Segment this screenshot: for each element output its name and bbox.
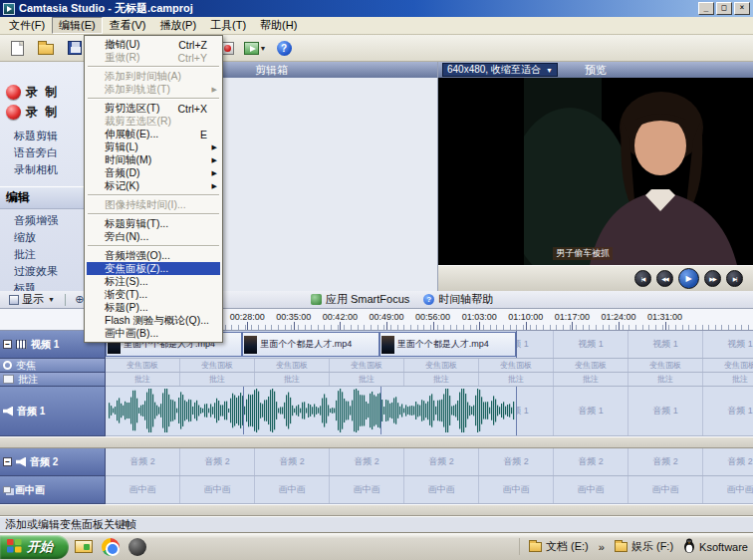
menu-view[interactable]: 查看(V)	[103, 17, 153, 34]
start-button[interactable]: 开始	[0, 535, 69, 559]
timeline-clip[interactable]: 里面个个都是人才.mp4	[379, 332, 516, 357]
edit-menu-item[interactable]: 渐变(T)...	[87, 288, 220, 301]
collapse-toggle[interactable]: −	[3, 340, 12, 349]
track-cell: 批注	[404, 373, 479, 386]
window-title: Camtasia Studio - 无标题.camproj	[19, 1, 193, 16]
edit-menu-item[interactable]: 标题剪辑(T)...	[87, 217, 220, 230]
ruler-time-label: 01:17:00	[549, 312, 595, 322]
edit-menu-item-highlighted[interactable]: 变焦面板(Z)...	[87, 262, 220, 275]
track-cell: 音频 2	[255, 448, 330, 475]
audio-waveform	[106, 387, 517, 435]
edit-menu-item[interactable]: 伸展帧(E)...E	[87, 128, 220, 140]
track-cell: 音频 2	[106, 448, 180, 475]
menu-item-label: 添加到时间轴(A)	[105, 70, 181, 84]
apply-smartfocus-button[interactable]: 应用 SmartFocus	[305, 292, 415, 308]
tray-shortcut[interactable]: 文档 (E:)	[529, 539, 589, 554]
edit-menu-item[interactable]: 撤销(U)Ctrl+Z	[87, 38, 220, 51]
preview-zoom-value: 640x480, 收缩至适合	[447, 63, 541, 77]
collapse-toggle[interactable]: −	[3, 457, 12, 466]
edit-menu-item[interactable]: 时间轴(M)▶	[87, 153, 220, 166]
track-cells-audio2[interactable]: 音频 2音频 2音频 2音频 2音频 2音频 2音频 2音频 2音频 2	[106, 448, 753, 476]
windows-flag-icon	[7, 538, 22, 556]
edit-menu-item[interactable]: 标注(S)...	[87, 275, 220, 288]
close-button[interactable]	[734, 2, 750, 15]
menu-item-label: 画中画(B)...	[105, 327, 158, 341]
track-cell: 视频 1	[554, 331, 628, 358]
menu-tools[interactable]: 工具(T)	[203, 17, 253, 34]
timeline-clip[interactable]: 里面个个都是人才.mp4	[242, 332, 378, 357]
track-name: 批注	[18, 373, 38, 387]
track-cell: 音频 2	[180, 448, 255, 475]
submenu-arrow-icon: ▶	[212, 143, 217, 151]
produce-share-button[interactable]: ▼	[242, 37, 268, 59]
preview-zoom-dropdown[interactable]: 640x480, 收缩至适合 ▼	[442, 63, 558, 77]
ruler-time-label: 00:28:00	[224, 312, 270, 322]
clip-thumbnail-icon	[244, 336, 257, 354]
edit-menu-item[interactable]: Flash 测验与概论(Q)...	[87, 314, 220, 327]
next-button[interactable]: ▶|	[726, 270, 743, 287]
track-cells-callout[interactable]: 批注批注批注批注批注批注批注批注批注	[106, 373, 753, 387]
track-cell: 变焦面板	[330, 359, 404, 372]
edit-menu-item[interactable]: 标题(P)...	[87, 301, 220, 314]
edit-menu-item[interactable]: 标记(K)▶	[87, 179, 220, 192]
open-project-icon	[38, 44, 54, 55]
track-label-audio2[interactable]: −音频 2	[0, 448, 106, 476]
explorer-quicklaunch-button[interactable]	[72, 535, 96, 559]
edit-menu-item[interactable]: 画中画(B)...	[87, 327, 220, 340]
track-label-callout[interactable]: 批注	[0, 373, 106, 387]
media-player-quicklaunch-button[interactable]	[126, 535, 149, 559]
menu-edit[interactable]: 编辑(E)	[52, 17, 103, 34]
menu-help[interactable]: 帮助(H)	[253, 17, 304, 34]
menu-item-label: 撤销(U)	[105, 38, 140, 52]
menubar: 文件(F)编辑(E)查看(V)播放(P)工具(T)帮助(H)	[0, 17, 753, 35]
edit-menu-item[interactable]: 剪切选区(T)Ctrl+X	[87, 102, 220, 115]
edit-menu-item[interactable]: 音频(D)▶	[87, 166, 220, 179]
previous-button[interactable]: |◀	[634, 270, 651, 287]
track-label-audio1[interactable]: 音频 1	[0, 387, 106, 436]
chrome-quicklaunch-button[interactable]	[99, 535, 123, 559]
windows-taskbar: 开始文档 (E:)»娱乐 (F:)Ksoftware	[0, 532, 753, 560]
help-button[interactable]	[271, 37, 297, 59]
show-dropdown-button[interactable]: 显示 ▼	[4, 292, 60, 308]
ruler-time-label: 00:49:00	[364, 312, 409, 322]
track-label-pip[interactable]: 画中画	[0, 476, 106, 504]
menu-play[interactable]: 播放(P)	[152, 17, 203, 34]
tray-item-label: 文档 (E:)	[546, 539, 589, 554]
track-row-callout: 批注批注批注批注批注批注批注批注批注批注	[0, 373, 753, 387]
minimize-button[interactable]	[698, 2, 714, 15]
menu-item-label: 音频增强(O)...	[105, 249, 170, 263]
edit-menu-item[interactable]: 剪辑(L)▶	[87, 140, 220, 153]
edit-menu-item[interactable]: 旁白(N)...	[87, 230, 220, 243]
menu-item-label: 时间轴(M)	[105, 153, 151, 167]
play-button[interactable]: ▶	[678, 268, 699, 289]
record-icon	[6, 85, 21, 100]
desktop-screen: Camtasia Studio - 无标题.camproj 文件(F)编辑(E)…	[0, 0, 753, 560]
maximize-button[interactable]	[716, 2, 732, 15]
track-cells-zoom[interactable]: 变焦面板变焦面板变焦面板变焦面板变焦面板变焦面板变焦面板变焦面板变焦面板	[106, 359, 753, 373]
menu-file[interactable]: 文件(F)	[2, 17, 52, 34]
ksoftware-tray-item[interactable]: Ksoftware	[683, 538, 748, 555]
track-cell: 音频 1	[554, 387, 628, 435]
forward-button[interactable]: ▶▶	[704, 270, 721, 287]
track-cell: 音频 2	[404, 448, 479, 475]
menu-separator	[88, 98, 219, 100]
smartfocus-icon	[311, 294, 322, 305]
rewind-button[interactable]: ◀◀	[656, 270, 673, 287]
open-project-button[interactable]	[33, 37, 59, 59]
new-document-button[interactable]	[4, 37, 30, 59]
menu-item-label: 剪切选区(T)	[105, 102, 159, 116]
track-label-zoom[interactable]: 变焦	[0, 359, 106, 373]
track-cells-audio1[interactable]: 音频 1音频 1音频 1音频 1音频 1音频 1音频 1音频 1音频 1	[106, 387, 753, 436]
edit-menu-item[interactable]: 音频增强(O)...	[87, 249, 220, 262]
timeline-help-button[interactable]: 时间轴帮助	[417, 292, 499, 308]
submenu-arrow-icon: ▶	[212, 169, 217, 177]
chrome-icon	[102, 538, 120, 556]
track-cell: 视频 1	[628, 331, 703, 358]
edit-menu-dropdown: 撤销(U)Ctrl+Z重做(R)Ctrl+Y添加到时间轴(A)添加到轨道(T)▶…	[84, 35, 223, 343]
tray-overflow-chevron[interactable]: »	[599, 541, 605, 553]
track-cells-pip[interactable]: 画中画画中画画中画画中画画中画画中画画中画画中画画中画	[106, 476, 753, 504]
tray-shortcut[interactable]: 娱乐 (F:)	[615, 539, 673, 554]
track-cell: 视频 1	[703, 331, 753, 358]
timeline-help-label: 时间轴帮助	[438, 292, 493, 307]
tray-item-label: 娱乐 (F:)	[631, 539, 673, 554]
